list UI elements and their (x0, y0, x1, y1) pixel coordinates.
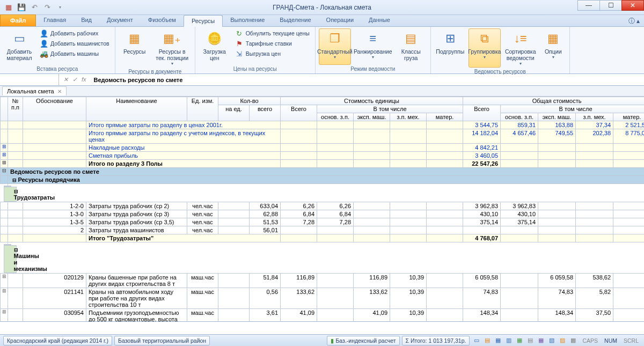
qat-more-icon[interactable]: ▾ (55, 2, 65, 13)
table-row: ⊞Накладные расходы4 842,21 (1, 144, 645, 152)
view-icon-4[interactable]: ▥ (504, 336, 514, 345)
qat-redo-icon[interactable]: ↷ (42, 2, 53, 13)
maximize-button[interactable]: ☐ (599, 0, 622, 11)
qat-save-icon[interactable]: 💾 (16, 2, 27, 13)
sum-icon: Σ (406, 337, 411, 344)
app-title: ГРАНД-Смета - Локальная смета (273, 4, 371, 11)
table-row: 1-3-5Затраты труда рабочих (ср 3,5)чел.ч… (1, 218, 645, 226)
tab-main[interactable]: Главная (36, 14, 74, 26)
group-row[interactable]: ⊟ Трудозатраты (1, 184, 8, 202)
view-icon-10[interactable]: ▩ (568, 336, 578, 345)
app-icon: ▦ (3, 2, 14, 13)
table-row: 1-2-0Затраты труда рабочих (ср 2)чел.час… (1, 202, 645, 210)
add-workers-button[interactable]: 👤Добавить рабочих (38, 28, 112, 38)
ranking-icon: ≡ (364, 30, 382, 47)
expand-icon[interactable]: ⊞ (1, 144, 8, 152)
tab-view[interactable]: Вид (74, 14, 99, 26)
material-icon: ▭ (11, 30, 28, 47)
resources-in-pos-button[interactable]: ▦₊ Ресурсы в тек. позиции▾ (153, 28, 192, 68)
name-box[interactable] (0, 74, 59, 85)
expand-icon[interactable]: ⊞ (1, 288, 8, 309)
zero-prices-button[interactable]: ↻Обнулить текущие цены (233, 28, 312, 38)
view-icon-2[interactable]: ▤ (482, 336, 492, 345)
cargo-classes-button[interactable]: ▤ Классы груза (395, 28, 427, 65)
col-naim[interactable]: Наименование (86, 97, 187, 121)
file-tab[interactable]: Файл (0, 14, 36, 26)
ranking-button[interactable]: ≡ Ранжирование▾ (353, 28, 393, 65)
col-ed[interactable]: Ед. изм. (187, 97, 218, 121)
base-button[interactable]: Базовый территориальный район (114, 336, 210, 345)
group-row[interactable]: ⊟ Машины и механизмы (1, 242, 8, 273)
view-icon-3[interactable]: ▦ (493, 336, 503, 345)
view-icon-6[interactable]: ▤ (525, 336, 535, 345)
tab-execution[interactable]: Выполнение (223, 14, 272, 26)
total-display[interactable]: Σ Итого: 1 013 197,31р. (402, 336, 470, 345)
cancel-icon[interactable]: ✕ (63, 76, 68, 83)
export-icon: ⇲ (235, 49, 244, 58)
help-icon[interactable]: ⓘ ▴ (628, 17, 640, 26)
add-machinists-button[interactable]: 👤Добавить машинистов (38, 39, 112, 48)
fx-icon[interactable]: fx (82, 76, 86, 83)
col-total-cost[interactable]: Общая стоимость (463, 97, 644, 105)
expand-icon[interactable]: ⊞ (1, 274, 8, 288)
tab-operations[interactable]: Операции (319, 14, 361, 26)
view-icon-7[interactable]: ▦ (536, 336, 546, 345)
view-icon-8[interactable]: ▧ (547, 336, 557, 345)
quick-access-toolbar: ▦ 💾 ↶ ↷ ▾ (0, 2, 69, 13)
view-icon-5[interactable]: ▦ (515, 336, 524, 345)
add-material-button[interactable]: ▭ Добавить материал (3, 28, 35, 65)
grid-scroll[interactable]: № п.п Обоснование Наименование Ед. изм. … (0, 97, 644, 321)
sort-list-button[interactable]: ↓≡ Сортировка ведомости▾ (503, 28, 538, 68)
tariff-rates-button[interactable]: ⚑Тарифные ставки (233, 39, 312, 48)
grouping-icon: ⧉ (476, 30, 493, 47)
col-kolvo[interactable]: Кол-во (218, 97, 281, 105)
machine-icon: 🚜 (40, 49, 48, 58)
expand-icon[interactable]: ⊞ (1, 152, 8, 160)
group-doc-resources: ▦ Ресурсы ▦₊ Ресурсы в тек. позиции▾ Рес… (115, 27, 195, 73)
region-button[interactable]: Краснодарский край (редакция 2014 г.) (3, 336, 112, 345)
table-row: ⊞021141Краны на автомобильном ходу при р… (1, 288, 645, 309)
resources-button[interactable]: ▦ Ресурсы (119, 28, 151, 68)
flag-icon: ▮ (331, 337, 334, 344)
tab-selection[interactable]: Выделение (272, 14, 318, 26)
formula-text[interactable]: Ведомость ресурсов по смете (91, 76, 644, 84)
chevron-down-icon: ▾ (484, 55, 486, 60)
expand-icon[interactable]: ⊞ (1, 160, 8, 168)
col-obosn[interactable]: Обоснование (23, 97, 86, 121)
close-tab-icon[interactable]: ✕ (57, 89, 62, 94)
view-icon-1[interactable]: ▭ (472, 336, 481, 345)
options-button[interactable]: ▦ Опции▾ (540, 28, 566, 68)
caps-indicator: CAPS (580, 337, 600, 344)
document-tab[interactable]: Локальная смета✕ (2, 86, 67, 95)
subgroups-button[interactable]: ⊞ Подгруппы (434, 28, 466, 68)
cargo-icon: ▤ (402, 30, 420, 47)
tab-data[interactable]: Данные (361, 14, 398, 26)
section-row[interactable]: ⊟ Ресурсы подрядчика (1, 176, 645, 184)
standard-mode-button[interactable]: ❐ Стандартный▾ (319, 28, 351, 65)
col-unit-cost[interactable]: Стоимость единицы (281, 97, 463, 105)
subtotal-row: Итого "Трудозатраты"4 768,07 (1, 234, 645, 242)
export-prices-button[interactable]: ⇲Выгрузка цен (233, 49, 312, 58)
group-list-mode: ❐ Стандартный▾ ≡ Ранжирование▾ ▤ Классы … (316, 27, 431, 73)
load-prices-button[interactable]: 🪙 Загрузка цен (199, 28, 231, 65)
view-icon-9[interactable]: ▨ (558, 336, 567, 345)
tab-document[interactable]: Документ (99, 14, 141, 26)
grouping-button[interactable]: ⧉ Группировка▾ (469, 28, 501, 68)
section-row[interactable]: ⊟Ведомость ресурсов по смете (1, 168, 645, 176)
chevron-down-icon: ▾ (171, 61, 173, 66)
standard-icon: ❐ (326, 30, 343, 47)
qat-undo-icon[interactable]: ↶ (29, 2, 40, 13)
col-num[interactable]: № п.п (8, 97, 23, 121)
accept-icon[interactable]: ✓ (72, 76, 77, 83)
table-row: Итого прямые затраты по разделу с учетом… (1, 129, 645, 144)
sort-icon: ↓≡ (512, 30, 529, 47)
calc-mode-button[interactable]: ▮Баз.-индексный расчет (327, 336, 399, 345)
close-button[interactable]: ✕ (621, 0, 644, 11)
minimize-button[interactable]: — (577, 0, 600, 11)
tab-physvol[interactable]: Физобъем (141, 14, 184, 26)
expand-icon[interactable]: ⊞ (1, 309, 8, 322)
add-machines-button[interactable]: 🚜Добавить машины (38, 49, 112, 58)
table-row: ⊞Сметная прибыль3 460,05 (1, 152, 645, 160)
formula-bar: ✕ ✓ fx Ведомость ресурсов по смете (0, 74, 644, 86)
tab-resources[interactable]: Ресурсы (184, 15, 223, 27)
